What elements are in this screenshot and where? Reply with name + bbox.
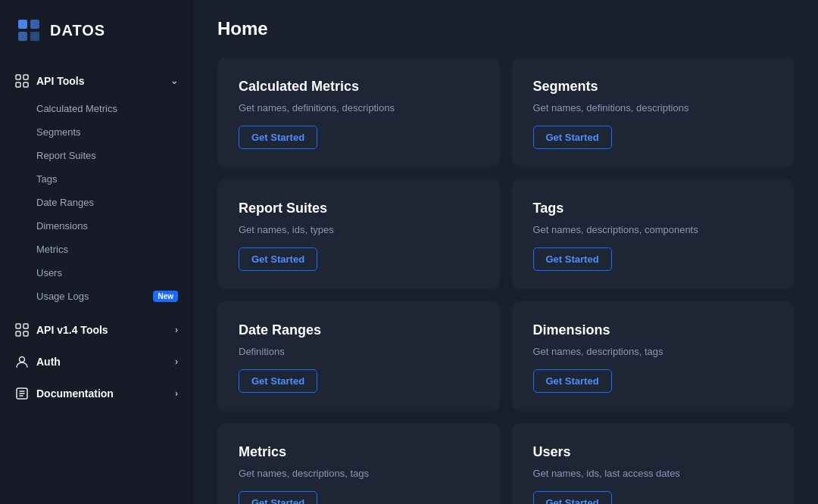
card-desc-segments: Get names, definitions, descriptions [533,102,773,114]
svg-rect-4 [16,75,20,79]
sidebar-item-dimensions[interactable]: Dimensions [0,214,193,238]
card-desc-metrics: Get names, descriptions, tags [239,468,479,479]
card-desc-users: Get names, ids, last access dates [533,468,773,479]
card-title-dimensions: Dimensions [533,322,773,338]
card-title-calculated-metrics: Calculated Metrics [239,79,479,95]
card-title-report-suites: Report Suites [239,201,479,216]
get-started-button-calculated-metrics[interactable]: Get Started [239,126,317,149]
svg-rect-2 [18,32,27,41]
svg-rect-5 [23,75,28,79]
card-title-date-ranges: Date Ranges [239,322,479,338]
chevron-right-icon: › [175,325,178,335]
get-started-button-segments[interactable]: Get Started [533,126,612,149]
card-desc-tags: Get names, descriptions, components [533,224,773,235]
nav-group-header-api-v14-tools[interactable]: API v1.4 Tools › [0,316,193,344]
sidebar-item-calculated-metrics[interactable]: Calculated Metrics [0,97,193,120]
nav-group-api-v14-tools: API v1.4 Tools › [0,316,193,344]
nav-group-api-tools: API Tools ⌄ Calculated Metrics Segments … [0,67,193,313]
grid-icon [15,74,29,88]
card-desc-report-suites: Get names, ids, types [239,224,479,235]
card-tags: Tags Get names, descriptions, components… [512,179,795,289]
sidebar-item-metrics[interactable]: Metrics [0,238,193,261]
cards-grid: Calculated Metrics Get names, definition… [217,58,794,504]
card-desc-dimensions: Get names, descriptions, tags [533,346,773,357]
get-started-button-date-ranges[interactable]: Get Started [239,369,317,393]
card-users: Users Get names, ids, last access dates … [512,423,795,504]
chevron-right-icon-auth: › [175,356,178,367]
get-started-button-report-suites[interactable]: Get Started [239,247,317,271]
grid-icon-v14 [15,323,29,337]
sidebar-item-date-ranges[interactable]: Date Ranges [0,191,193,214]
nav-group-documentation: Documentation › [0,379,193,408]
card-title-segments: Segments [533,79,773,95]
sidebar-item-tags[interactable]: Tags [0,167,193,191]
logo: DATOS [0,0,193,61]
sidebar-item-usage-logs[interactable]: Usage Logs New [0,285,193,308]
chevron-down-icon: ⌄ [170,76,178,86]
nav-group-header-auth[interactable]: Auth › [0,347,193,376]
sidebar-nav: API Tools ⌄ Calculated Metrics Segments … [0,61,193,504]
card-desc-date-ranges: Definitions [239,346,479,357]
get-started-button-metrics[interactable]: Get Started [239,491,317,504]
card-desc-calculated-metrics: Get names, definitions, descriptions [239,102,479,114]
card-dimensions: Dimensions Get names, descriptions, tags… [512,301,795,411]
svg-rect-8 [16,324,20,328]
get-started-button-users[interactable]: Get Started [533,491,612,504]
user-icon [15,355,29,369]
svg-rect-11 [23,331,28,336]
card-metrics: Metrics Get names, descriptions, tags Ge… [217,423,500,504]
card-title-tags: Tags [533,201,773,216]
svg-rect-1 [30,20,39,29]
sidebar-item-segments[interactable]: Segments [0,120,193,144]
logo-icon [15,17,42,44]
sidebar-item-users[interactable]: Users [0,261,193,285]
nav-group-header-documentation[interactable]: Documentation › [0,379,193,408]
get-started-button-tags[interactable]: Get Started [533,247,612,271]
nav-group-header-api-tools[interactable]: API Tools ⌄ [0,67,193,95]
get-started-button-dimensions[interactable]: Get Started [533,369,612,393]
card-date-ranges: Date Ranges Definitions Get Started [217,301,500,411]
card-report-suites: Report Suites Get names, ids, types Get … [217,179,500,289]
svg-rect-9 [23,324,28,328]
nav-sub-items-api-tools: Calculated Metrics Segments Report Suite… [0,95,193,313]
main-content: Home Calculated Metrics Get names, defin… [193,0,818,504]
nav-group-auth: Auth › [0,347,193,376]
card-segments: Segments Get names, definitions, descrip… [512,58,795,167]
svg-rect-7 [23,82,28,87]
svg-rect-3 [30,32,39,41]
svg-point-12 [20,357,25,362]
sidebar-item-report-suites[interactable]: Report Suites [0,144,193,167]
nav-group-label-api-v14: API v1.4 Tools [36,324,167,336]
chevron-right-icon-docs: › [175,388,178,399]
book-icon [15,387,29,400]
page-title: Home [217,18,794,39]
svg-rect-6 [16,82,20,87]
sidebar: DATOS API Tools ⌄ Calculated Metrics [0,0,193,504]
svg-rect-0 [18,20,27,29]
svg-rect-10 [16,331,20,336]
card-title-users: Users [533,444,773,460]
card-calculated-metrics: Calculated Metrics Get names, definition… [217,58,500,167]
card-title-metrics: Metrics [239,444,479,460]
nav-group-label-auth: Auth [36,356,167,368]
usage-logs-badge: New [153,291,178,302]
logo-text: DATOS [50,22,105,39]
nav-group-label-api-tools: API Tools [36,75,163,87]
nav-group-label-documentation: Documentation [36,387,167,400]
